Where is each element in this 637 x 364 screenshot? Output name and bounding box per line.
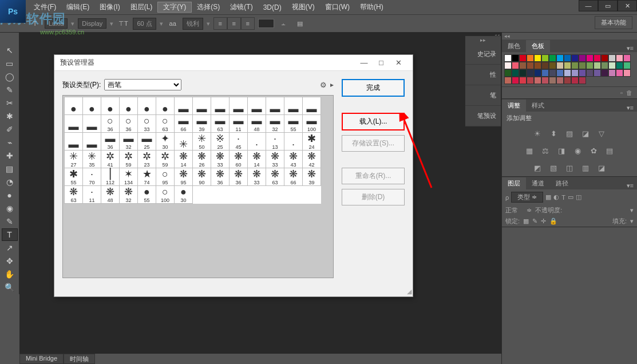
swatch[interactable] bbox=[564, 69, 571, 77]
brush-preset[interactable]: · bbox=[284, 133, 303, 151]
brush-preset[interactable]: ▬ bbox=[175, 97, 193, 115]
brush-preset[interactable]: · bbox=[248, 133, 266, 151]
brush-preset[interactable]: ❋63 bbox=[266, 168, 284, 186]
brush-preset[interactable]: ▬48 bbox=[248, 115, 266, 133]
brush-preset[interactable]: ▬ bbox=[284, 97, 303, 115]
adj-exposure-icon[interactable]: ◪ bbox=[580, 128, 591, 139]
swatch[interactable] bbox=[594, 69, 601, 77]
swatch[interactable] bbox=[519, 69, 527, 77]
brush-preset[interactable]: ✳50 bbox=[193, 133, 211, 151]
brush-preset[interactable]: ▬11 bbox=[230, 115, 248, 133]
adj-hue-icon[interactable]: ▦ bbox=[524, 145, 535, 156]
swatch[interactable] bbox=[527, 54, 534, 62]
brush-preset[interactable]: ❋33 bbox=[266, 151, 284, 168]
load-button[interactable]: 载入(L)... bbox=[342, 113, 405, 130]
brush-preset[interactable]: ★74 bbox=[138, 168, 156, 186]
tool-button[interactable]: ✚ bbox=[2, 149, 18, 162]
swatch[interactable] bbox=[579, 77, 586, 84]
adj-mixer-icon[interactable]: ✿ bbox=[588, 145, 599, 156]
brush-preset[interactable]: ▬ bbox=[248, 97, 266, 115]
adj-balance-icon[interactable]: ⚖ bbox=[540, 145, 551, 156]
font-size-select[interactable]: 60 点 bbox=[133, 18, 156, 30]
delete-button[interactable]: 删除(D) bbox=[342, 189, 405, 205]
tab-swatches[interactable]: 色板 bbox=[526, 40, 550, 52]
brush-preset[interactable]: ❋60 bbox=[230, 151, 248, 168]
brush-preset[interactable]: ▬ bbox=[266, 97, 284, 115]
text-color-swatch[interactable] bbox=[258, 19, 274, 28]
swatch[interactable] bbox=[534, 77, 541, 84]
align-center-button[interactable]: ≡ bbox=[227, 17, 241, 30]
swatch[interactable] bbox=[571, 77, 579, 84]
tool-button[interactable]: ✎ bbox=[2, 84, 18, 96]
tool-button[interactable]: ✋ bbox=[2, 268, 18, 280]
swatch[interactable] bbox=[527, 69, 534, 77]
swatch[interactable] bbox=[601, 54, 608, 62]
collapsed-panel-item[interactable]: 笔 bbox=[465, 85, 501, 106]
swatch[interactable] bbox=[608, 62, 616, 69]
brush-preset[interactable]: ·70 bbox=[83, 168, 101, 186]
brush-preset[interactable]: ○33 bbox=[138, 115, 156, 133]
blend-mode-select[interactable]: 正常 ≑ bbox=[505, 206, 532, 215]
brush-preset[interactable]: ●55 bbox=[138, 186, 156, 204]
tool-button[interactable]: ✐ bbox=[2, 123, 18, 136]
tab-color[interactable]: 颜色 bbox=[502, 40, 526, 52]
swatch[interactable] bbox=[601, 62, 608, 69]
brush-preset[interactable]: ✶134 bbox=[120, 168, 138, 186]
swatch[interactable] bbox=[556, 69, 564, 77]
swatch[interactable] bbox=[586, 62, 594, 69]
brush-preset[interactable]: ❋36 bbox=[211, 168, 230, 186]
font-style-select[interactable]: Display bbox=[78, 18, 106, 29]
close-button[interactable]: ✕ bbox=[618, 0, 637, 11]
swatch[interactable] bbox=[623, 69, 631, 77]
tab-channels[interactable]: 通道 bbox=[526, 177, 550, 189]
menu-item[interactable]: 图层(L) bbox=[125, 2, 158, 12]
swatch[interactable] bbox=[512, 77, 519, 84]
minimize-button[interactable]: — bbox=[579, 0, 598, 11]
brush-preset[interactable]: ▬63 bbox=[211, 115, 230, 133]
tool-button[interactable]: ▭ bbox=[2, 57, 18, 70]
rename-button[interactable]: 重命名(R)... bbox=[342, 168, 405, 184]
adj-brightness-icon[interactable]: ☀ bbox=[532, 128, 543, 139]
done-button[interactable]: 完成 bbox=[342, 79, 405, 97]
swatch[interactable] bbox=[549, 77, 556, 84]
swatch[interactable] bbox=[527, 62, 534, 69]
brush-preset[interactable]: ⎮112 bbox=[101, 168, 120, 186]
brush-preset[interactable]: ▬100 bbox=[303, 115, 321, 133]
swatch[interactable] bbox=[571, 54, 579, 62]
adj-lookup-icon[interactable]: ▤ bbox=[604, 145, 615, 156]
swatch[interactable] bbox=[594, 54, 601, 62]
swatch[interactable] bbox=[534, 54, 541, 62]
brush-preset[interactable]: ❋33 bbox=[211, 151, 230, 168]
filter-adjust-icon[interactable]: ◐ bbox=[553, 193, 559, 201]
swatch[interactable] bbox=[571, 69, 579, 77]
swatch[interactable] bbox=[579, 62, 586, 69]
tool-button[interactable]: T bbox=[2, 228, 18, 241]
brush-preset[interactable]: ❋66 bbox=[284, 168, 303, 186]
brush-preset[interactable]: ●30 bbox=[175, 186, 193, 204]
adjustments-menu-icon[interactable]: ▾≡ bbox=[623, 104, 637, 112]
swatch[interactable] bbox=[512, 62, 519, 69]
swatch[interactable] bbox=[579, 54, 586, 62]
adj-levels-icon[interactable]: ⬍ bbox=[548, 128, 559, 139]
brush-preset[interactable]: ✲59 bbox=[156, 151, 175, 168]
filter-type-icon[interactable]: T bbox=[561, 194, 565, 201]
brush-preset[interactable]: ● bbox=[120, 97, 138, 115]
brush-preset[interactable]: ✱24 bbox=[303, 133, 321, 151]
swatch[interactable] bbox=[541, 54, 549, 62]
preset-gear-icon[interactable]: ⚙ bbox=[320, 81, 327, 89]
brush-preset[interactable]: ▬ bbox=[83, 133, 101, 151]
brush-preset[interactable]: ○100 bbox=[156, 186, 175, 204]
brush-preset[interactable]: ▬ bbox=[65, 115, 83, 133]
swatch[interactable] bbox=[519, 54, 527, 62]
brush-preset[interactable]: ● bbox=[83, 97, 101, 115]
swatch[interactable] bbox=[541, 69, 549, 77]
swatch[interactable] bbox=[579, 69, 586, 77]
swatch[interactable] bbox=[623, 62, 631, 69]
lock-pixels-icon[interactable]: ▩ bbox=[523, 217, 529, 225]
brush-preset[interactable]: ❋26 bbox=[193, 151, 211, 168]
menu-item[interactable]: 视图(V) bbox=[287, 2, 320, 12]
maximize-button[interactable]: ▭ bbox=[598, 0, 618, 11]
tool-button[interactable]: ◉ bbox=[2, 202, 18, 215]
brush-preset[interactable]: ○95 bbox=[156, 168, 175, 186]
swatch[interactable] bbox=[504, 62, 512, 69]
